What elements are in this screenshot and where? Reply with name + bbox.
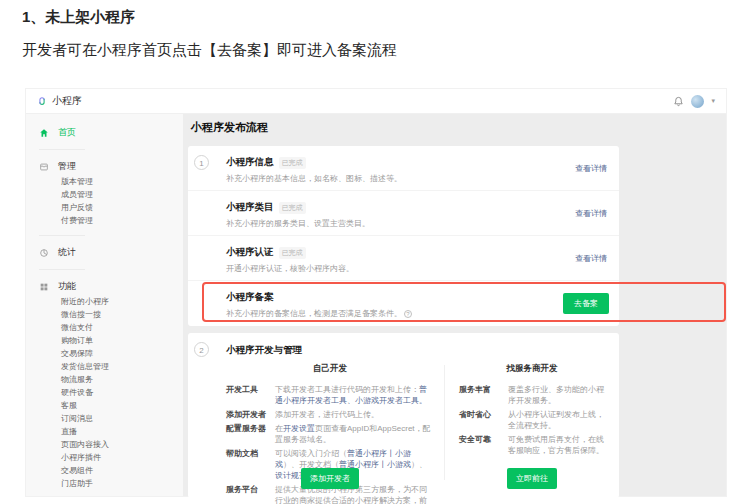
row-title: 小程序备案 <box>226 291 274 304</box>
safe-reliable-row: 安全可靠 可免费试用后再支付，在线客服响应，官方售后保障。 <box>459 434 605 456</box>
notification-bell-icon[interactable] <box>673 96 684 107</box>
sidebar-item-user-feedback[interactable]: 用户反馈 <box>26 201 183 214</box>
row-title: 小程序类目 <box>226 201 274 214</box>
rich-service-row: 服务丰富 覆盖多行业、多功能的小程序开发服务。 <box>459 384 605 406</box>
sidebar-group-features[interactable]: 功能 <box>26 278 183 295</box>
row-miniprogram-info: 小程序信息 已完成 补充小程序的基本信息，如名称、图标、描述等。 查看详情 <box>188 146 619 191</box>
sidebar-item-shopping-orders[interactable]: 购物订单 <box>26 334 183 347</box>
row-desc: 补充小程序的服务类目、设置主营类目。 <box>226 218 607 229</box>
doc-heading: 1、未上架小程序 <box>22 8 135 27</box>
help-docs-term: 帮助文档 <box>226 448 268 481</box>
sidebar-item-live[interactable]: 直播 <box>26 425 183 438</box>
add-developer-term: 添加开发者 <box>226 409 268 420</box>
add-developer-button[interactable]: 添加开发者 <box>301 468 359 489</box>
sidebar-item-customer-service[interactable]: 客服 <box>26 399 183 412</box>
sidebar-item-plugin[interactable]: 小程序插件 <box>26 451 183 464</box>
chevron-down-icon[interactable]: ▾ <box>711 97 715 105</box>
sidebar-divider <box>39 149 85 150</box>
doc-paragraph: 开发者可在小程序首页点击【去备案】即可进入备案流程 <box>22 41 397 60</box>
sidebar-item-pay-manage[interactable]: 付费管理 <box>26 214 183 227</box>
sidebar-item-logistics[interactable]: 物流服务 <box>26 373 183 386</box>
dev-settings-link[interactable]: 开发设置 <box>283 424 315 433</box>
column-divider <box>444 365 445 480</box>
status-badge: 已完成 <box>279 202 306 214</box>
row-desc: 补充小程序的备案信息，检测是否满足备案条件。 ? <box>226 308 607 319</box>
view-detail-link[interactable]: 查看详情 <box>575 208 607 219</box>
statistics-icon <box>39 248 49 258</box>
sidebar-item-home[interactable]: 首页 <box>26 124 183 141</box>
sidebar-item-trade-guarantee[interactable]: 交易保障 <box>26 347 183 360</box>
status-badge: 已完成 <box>279 247 306 259</box>
brand: 小程序 <box>37 94 82 108</box>
row-miniprogram-icp-filing: 小程序备案 补充小程序的备案信息，检测是否满足备案条件。 ? 去备案 <box>188 281 619 326</box>
features-grid-icon <box>39 282 49 292</box>
configure-server-term: 配置服务器 <box>226 423 268 445</box>
step-number-2: 2 <box>194 342 209 357</box>
view-detail-link[interactable]: 查看详情 <box>575 253 607 264</box>
self-develop-column: 自己开发 开发工具 下载开发者工具进行代码的开发和上传：普通小程序开发者工具、小… <box>226 363 434 492</box>
row-desc: 补充小程序的基本信息，如名称、图标、描述等。 <box>226 173 607 184</box>
row-miniprogram-verification: 小程序认证 已完成 开通小程序认证，核验小程序内容。 查看详情 <box>188 236 619 281</box>
row-miniprogram-category: 小程序类目 已完成 补充小程序的服务类目、设置主营类目。 查看详情 <box>188 191 619 236</box>
help-icon[interactable]: ? <box>404 310 412 318</box>
sidebar-divider <box>39 269 85 270</box>
dev-tools-term: 开发工具 <box>226 384 268 406</box>
service-provider-column: 找服务商开发 服务丰富 覆盖多行业、多功能的小程序开发服务。 省时省心 从小程序… <box>459 363 605 492</box>
develop-manage-card: 2 小程序开发与管理 自己开发 开发工具 下载开发者工具进行代码的开发和上传：普… <box>188 333 619 498</box>
sidebar-item-hardware[interactable]: 硬件设备 <box>26 386 183 399</box>
save-time-term: 省时省心 <box>459 409 501 431</box>
service-provider-header: 找服务商开发 <box>459 363 605 375</box>
safe-reliable-term: 安全可靠 <box>459 434 501 456</box>
home-icon <box>39 128 49 138</box>
sidebar-group-label: 统计 <box>58 246 76 259</box>
row-title: 小程序认证 <box>226 246 274 259</box>
go-now-button[interactable]: 立即前往 <box>507 468 557 489</box>
main-content: 小程序发布流程 1 小程序信息 已完成 补充小程序的基本信息，如名称、图标、描述… <box>183 114 726 496</box>
sidebar-item-version-manage[interactable]: 版本管理 <box>26 175 183 188</box>
row-desc: 开通小程序认证，核验小程序内容。 <box>226 263 607 274</box>
publish-steps-card: 1 小程序信息 已完成 补充小程序的基本信息，如名称、图标、描述等。 查看详情 … <box>188 146 619 326</box>
console-header: 小程序 ▾ <box>26 89 726 114</box>
sidebar-item-member-manage[interactable]: 成员管理 <box>26 188 183 201</box>
sidebar-item-subscribe-message[interactable]: 订阅消息 <box>26 412 183 425</box>
sidebar-group-manage[interactable]: 管理 <box>26 158 183 175</box>
miniprogram-logo-icon <box>37 96 47 106</box>
service-platform-term: 服务平台 <box>226 484 268 504</box>
dev-tools-row: 开发工具 下载开发者工具进行代码的开发和上传：普通小程序开发者工具、小游戏开发者… <box>226 384 434 406</box>
row-title: 小程序信息 <box>226 156 274 169</box>
save-time-row: 省时省心 从小程序认证到发布上线，全流程支持。 <box>459 409 605 431</box>
sidebar-group-label: 功能 <box>58 280 76 293</box>
manage-icon <box>39 162 49 172</box>
sidebar-item-wechat-pay[interactable]: 微信支付 <box>26 321 183 334</box>
brand-label: 小程序 <box>52 94 82 108</box>
sidebar-item-store-assistant[interactable]: 门店助手 <box>26 477 183 490</box>
sidebar-item-shipping-info[interactable]: 发货信息管理 <box>26 360 183 373</box>
sidebar-item-trade-component[interactable]: 交易组件 <box>26 464 183 477</box>
sidebar: 首页 管理 版本管理 成员管理 用户反馈 付费管理 统计 <box>26 114 183 496</box>
sidebar-item-page-content[interactable]: 页面内容接入 <box>26 438 183 451</box>
sidebar-divider <box>39 235 85 236</box>
console-screenshot: 小程序 ▾ 首页 管理 版本管理 成员管理 用户反 <box>25 88 727 497</box>
minigame-devtool-link[interactable]: 小游戏开发者工具。 <box>355 396 427 405</box>
sidebar-item-label: 首页 <box>58 126 76 139</box>
sidebar-group-stats[interactable]: 统计 <box>26 244 183 261</box>
sidebar-item-wechat-search[interactable]: 微信搜一搜 <box>26 308 183 321</box>
sidebar-item-nearby-miniprogram[interactable]: 附近的小程序 <box>26 295 183 308</box>
sidebar-group-label: 管理 <box>58 160 76 173</box>
add-developer-row: 添加开发者 添加开发者，进行代码上传。 <box>226 409 434 420</box>
rich-service-term: 服务丰富 <box>459 384 501 406</box>
page-title: 小程序发布流程 <box>191 120 268 135</box>
go-filing-button[interactable]: 去备案 <box>563 293 609 314</box>
view-detail-link[interactable]: 查看详情 <box>575 163 607 174</box>
user-avatar[interactable] <box>691 95 704 108</box>
self-develop-header: 自己开发 <box>226 363 434 375</box>
card2-title: 小程序开发与管理 <box>226 344 302 357</box>
status-badge: 已完成 <box>279 157 306 169</box>
configure-server-row: 配置服务器 在开发设置页面查看AppID和AppSecret，配置服务器域名。 <box>226 423 434 445</box>
